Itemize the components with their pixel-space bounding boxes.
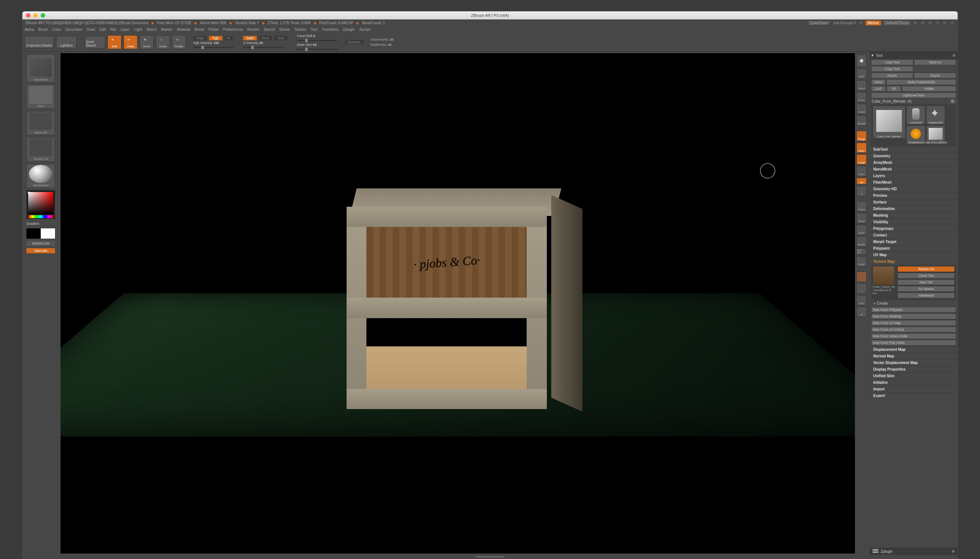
texture-thumbnail[interactable] (872, 266, 895, 285)
switch-color-button[interactable]: SwitchColor (27, 241, 55, 246)
menu-file[interactable]: File (110, 28, 116, 31)
section-polygroups[interactable]: Polygroups (870, 225, 958, 232)
rotate-mode-button[interactable]: ⟲Rotate (172, 35, 186, 49)
bpr-button[interactable]: BPR (856, 69, 867, 79)
menu-marker[interactable]: Marker (161, 28, 172, 31)
tool-thumb-cylinder[interactable]: Cylinder3D (906, 106, 925, 125)
bottom-grip[interactable] (22, 555, 958, 559)
goz-button[interactable]: GoZ (871, 86, 886, 92)
new-txtr-button[interactable]: New Txtr (897, 280, 955, 285)
goz-all-button[interactable]: All (887, 86, 901, 92)
section-preview[interactable]: Preview (870, 192, 958, 198)
nav-rotate-button[interactable]: Rotate (856, 237, 867, 247)
linefill-button[interactable]: Line Fill (856, 248, 867, 255)
texture-on-toggle[interactable]: Texture On (897, 266, 955, 272)
rgb-toggle[interactable]: Rgb (209, 36, 222, 40)
brush-selector[interactable]: SelectRect (27, 54, 55, 83)
persp-toggle[interactable]: Persp (856, 131, 867, 141)
section-visibility[interactable]: Visibility (870, 218, 958, 225)
r-indicator[interactable]: R (950, 99, 955, 103)
section-normal-map[interactable]: Normal Map (870, 352, 958, 359)
new-from-uv-map-button[interactable]: New From UV Map (871, 320, 956, 326)
new-from-masking-button[interactable]: New From Masking (871, 313, 956, 319)
new-from-vertex-order-button[interactable]: New From Vertex Order (871, 333, 956, 339)
menu-zplugin[interactable]: Zplugin (343, 28, 355, 31)
copy-tool-button[interactable]: Copy Tool (871, 66, 913, 72)
polyf-button[interactable]: PolyF (856, 256, 867, 266)
section-display-properties[interactable]: Display Properties (870, 366, 958, 372)
stroke-selector[interactable]: Rect (27, 85, 55, 109)
mini-preview-icon[interactable] (858, 20, 863, 25)
viewport[interactable]: · pjobs & Co· (61, 53, 855, 554)
section-vector-displacement[interactable]: Vector Displacement Map (870, 359, 958, 366)
zsub-toggle[interactable]: Zsub (259, 36, 272, 40)
tool-palette-header[interactable]: Tool ⟳ (870, 52, 958, 59)
gradient-label[interactable]: Gradient (27, 221, 55, 226)
projection-master-button[interactable]: Projection Master (25, 36, 54, 48)
menu-stroke[interactable]: Stroke (279, 28, 290, 31)
zcut-toggle[interactable]: Zcut (274, 36, 287, 40)
fill-button[interactable]: Fill (872, 292, 896, 295)
menu-alpha[interactable]: Alpha (25, 28, 34, 31)
load-tool-button[interactable]: Load Tool (871, 60, 913, 65)
nav-move-button[interactable]: Move (856, 213, 867, 223)
new-from-uv-check-button[interactable]: New From UV Check (871, 327, 956, 332)
menu-transform[interactable]: Transform (322, 28, 338, 31)
section-deformation[interactable]: Deformation (870, 205, 958, 212)
store-config-icon[interactable] (950, 20, 955, 25)
actual-button[interactable]: Actual (856, 104, 867, 114)
menu-tool[interactable]: Tool (311, 28, 317, 31)
menu-draw[interactable]: Draw (86, 28, 95, 31)
section-displacement-map[interactable]: Displacement Map (870, 346, 958, 352)
section-uv-map[interactable]: UV Map (870, 251, 958, 258)
main-color-swatch[interactable] (27, 228, 41, 239)
dock-icon[interactable]: ⟳ (952, 53, 955, 58)
section-create[interactable]: ▸ Create (870, 300, 958, 306)
scale-mode-button[interactable]: ⤢Scale (156, 35, 170, 49)
import-button[interactable]: Import (871, 73, 913, 78)
zoom-button[interactable]: Zoom (856, 92, 867, 102)
menu-layer[interactable]: Layer (121, 28, 130, 31)
antialiased-button[interactable]: Antialiased (897, 293, 955, 298)
menu-macro[interactable]: Macro (147, 28, 157, 31)
menu-preferences[interactable]: Preferences (223, 28, 243, 31)
center-button[interactable]: ⊙ (856, 186, 867, 196)
menu-brush[interactable]: Brush (38, 28, 48, 31)
menu-movie[interactable]: Movie (194, 28, 204, 31)
section-unified-skin[interactable]: Unified Skin (870, 372, 958, 379)
save-as-button[interactable]: Save As (914, 60, 956, 65)
edit-mode-button[interactable]: ✎Edit (108, 35, 121, 49)
section-texture-map[interactable]: Texture Map (870, 258, 958, 265)
transp-button[interactable]: ⬚ (856, 283, 867, 294)
m-toggle[interactable]: M (224, 36, 233, 40)
menu-stencil[interactable]: Stencil (264, 28, 275, 31)
draw-size-slider[interactable] (297, 49, 337, 50)
goz-visible-button[interactable]: Visible (902, 86, 956, 92)
section-polypaint[interactable]: Polypaint (870, 245, 958, 251)
menu-texture[interactable]: Texture (294, 28, 306, 31)
menu-zscript[interactable]: Zscript (359, 28, 370, 31)
color-sv-field[interactable] (28, 192, 53, 215)
z-intensity-slider[interactable] (243, 47, 284, 48)
section-initialize[interactable]: Initialize (870, 379, 958, 385)
tool-thumb-polymesh[interactable]: PolyMesh3D (926, 106, 945, 125)
xpose-button[interactable]: ⊞ (856, 307, 867, 317)
lsym-button[interactable]: LSym (856, 166, 867, 176)
dock-icon[interactable]: ⟳ (952, 549, 955, 554)
menu-edit[interactable]: Edit (100, 28, 106, 31)
fix-seams-button[interactable]: Fix Seams (897, 286, 955, 292)
menu-picker[interactable]: Picker (209, 28, 219, 31)
color-hue-strip[interactable] (28, 215, 53, 218)
local-toggle[interactable]: Local (856, 154, 867, 165)
section-layers[interactable]: Layers (870, 172, 958, 179)
ui-layout-icon[interactable] (942, 20, 947, 25)
section-contact[interactable]: Contact (870, 232, 958, 238)
new-from-polypaint-button[interactable]: New From Polypaint (871, 307, 956, 313)
lightbox-tools-button[interactable]: Lightbox▸Tools (871, 93, 956, 98)
floor-toggle[interactable]: Floor (856, 142, 867, 153)
render-preview-button[interactable] (856, 55, 867, 67)
tool-thumb-cube2[interactable]: Cube_From_Blender (926, 126, 945, 144)
tool-thumb-current[interactable]: Cube_From_Blender (872, 106, 905, 139)
menus-toggle[interactable]: Menus (866, 20, 881, 25)
menu-render[interactable]: Render (247, 28, 260, 31)
